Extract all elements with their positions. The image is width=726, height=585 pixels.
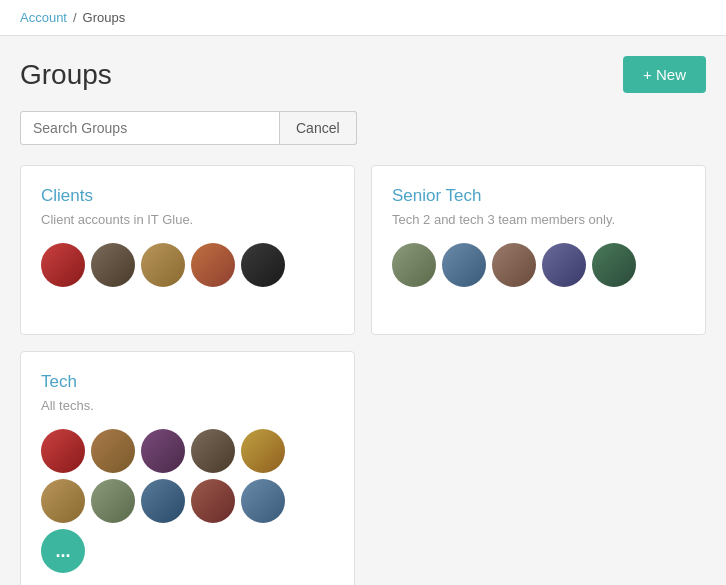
- group-card-tech: Tech All techs. ...: [20, 351, 355, 585]
- search-bar: Cancel: [20, 111, 706, 145]
- breadcrumb: Account / Groups: [0, 0, 726, 36]
- avatar: [191, 429, 235, 473]
- avatars-senior-tech: [392, 243, 685, 287]
- avatar: [41, 429, 85, 473]
- group-name-tech[interactable]: Tech: [41, 372, 334, 392]
- group-name-clients[interactable]: Clients: [41, 186, 334, 206]
- avatar: [141, 243, 185, 287]
- group-desc-clients: Client accounts in IT Glue.: [41, 212, 334, 227]
- avatar: [392, 243, 436, 287]
- group-name-senior-tech[interactable]: Senior Tech: [392, 186, 685, 206]
- avatars-tech: ...: [41, 429, 334, 573]
- search-input[interactable]: [20, 111, 280, 145]
- cancel-button[interactable]: Cancel: [280, 111, 357, 145]
- new-button[interactable]: + New: [623, 56, 706, 93]
- avatars-clients: [41, 243, 334, 287]
- avatar: [191, 243, 235, 287]
- page-header: Groups + New: [20, 56, 706, 93]
- breadcrumb-current: Groups: [83, 10, 126, 25]
- avatar: [442, 243, 486, 287]
- avatar: [542, 243, 586, 287]
- main-content: Groups + New Cancel Clients Client accou…: [0, 36, 726, 585]
- avatar: [492, 243, 536, 287]
- group-card-senior-tech: Senior Tech Tech 2 and tech 3 team membe…: [371, 165, 706, 335]
- avatar: [91, 429, 135, 473]
- avatar: [241, 243, 285, 287]
- avatar: [241, 479, 285, 523]
- avatar: [141, 429, 185, 473]
- avatar: [592, 243, 636, 287]
- group-desc-tech: All techs.: [41, 398, 334, 413]
- breadcrumb-account[interactable]: Account: [20, 10, 67, 25]
- avatar: [141, 479, 185, 523]
- breadcrumb-separator: /: [73, 10, 77, 25]
- group-desc-senior-tech: Tech 2 and tech 3 team members only.: [392, 212, 685, 227]
- avatar: [91, 479, 135, 523]
- group-card-clients: Clients Client accounts in IT Glue.: [20, 165, 355, 335]
- avatar: [41, 243, 85, 287]
- avatar: [241, 429, 285, 473]
- avatar: [91, 243, 135, 287]
- page-title: Groups: [20, 59, 112, 91]
- groups-grid: Clients Client accounts in IT Glue. Seni…: [20, 165, 706, 585]
- avatar: [191, 479, 235, 523]
- avatar: [41, 479, 85, 523]
- avatar-more: ...: [41, 529, 85, 573]
